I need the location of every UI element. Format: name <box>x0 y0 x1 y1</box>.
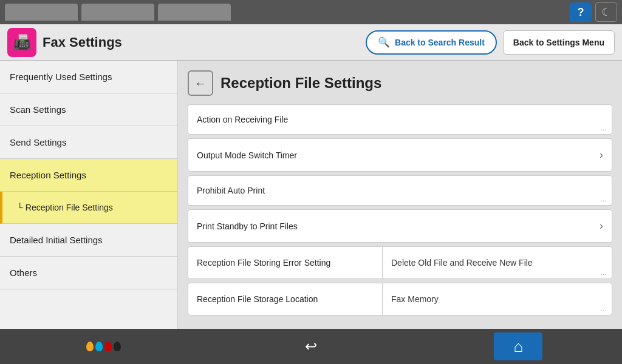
ink-icon <box>86 342 121 351</box>
sidebar-item-detailed-initial[interactable]: Detailed Initial Settings <box>0 224 177 257</box>
sidebar-item-others[interactable]: Others <box>0 257 177 289</box>
setting-split-storing-error: Reception File Storing Error Setting Del… <box>188 247 612 278</box>
ink-drop-black <box>114 342 121 351</box>
app-title: Fax Settings <box>43 35 122 50</box>
ink-drop-yellow <box>86 342 94 351</box>
sidebar-item-reception-file-settings[interactable]: └ Reception File Settings <box>0 192 177 224</box>
back-to-search-result-button[interactable]: 🔍 Back to Search Result <box>366 30 497 55</box>
right-panel: ← Reception File Settings Action on Rece… <box>178 61 622 329</box>
main-content: Frequently Used Settings Scan Settings S… <box>0 61 622 329</box>
back-button[interactable]: ↩ <box>287 332 335 360</box>
setting-print-standby[interactable]: Print Standby to Print Files › <box>188 209 612 243</box>
setting-label-output-mode: Output Mode Switch Timer › <box>188 139 612 171</box>
panel-title: Reception File Settings <box>220 75 381 92</box>
header: 📠 Fax Settings 🔍 Back to Search Result B… <box>0 24 622 61</box>
sidebar-item-send-settings[interactable]: Send Settings <box>0 126 177 159</box>
setting-split-storage-location: Reception File Storage Location Fax Memo… <box>188 283 612 315</box>
sidebar-item-frequently-used[interactable]: Frequently Used Settings <box>0 61 177 93</box>
panel-header: ← Reception File Settings <box>188 70 612 96</box>
arrow-print-standby: › <box>600 220 603 232</box>
search-icon: 🔍 <box>378 36 390 48</box>
sidebar-item-reception-settings[interactable]: Reception Settings <box>0 159 177 192</box>
setting-prohibit-auto-print[interactable]: Prohibit Auto Print ... <box>188 175 612 206</box>
panel-back-button[interactable]: ← <box>188 70 213 96</box>
setting-label-print-standby: Print Standby to Print Files › <box>188 210 612 242</box>
settings-list: Action on Receiving File ... Output Mode… <box>188 104 612 315</box>
back-to-settings-menu-button[interactable]: Back to Settings Menu <box>503 30 615 55</box>
setting-action-receiving[interactable]: Action on Receiving File ... <box>188 104 612 135</box>
ink-status-button[interactable] <box>80 332 128 360</box>
sidebar-item-scan-settings[interactable]: Scan Settings <box>0 93 177 126</box>
setting-storing-error[interactable]: Reception File Storing Error Setting Del… <box>188 246 612 279</box>
dots-storing-error: ... <box>601 268 607 277</box>
home-icon: ⌂ <box>513 337 523 356</box>
tab-3[interactable] <box>158 4 231 21</box>
tab-1[interactable] <box>5 4 78 21</box>
setting-value-storage-location: Fax Memory <box>383 283 612 315</box>
dots-storage-location: ... <box>601 305 607 313</box>
setting-value-storing-error: Delete Old File and Receive New File <box>383 247 612 278</box>
setting-label-storing-error: Reception File Storing Error Setting <box>188 247 383 278</box>
setting-label-storage-location: Reception File Storage Location <box>188 283 383 315</box>
setting-label-action-receiving: Action on Receiving File <box>188 105 612 134</box>
sidebar: Frequently Used Settings Scan Settings S… <box>0 61 178 329</box>
help-button[interactable]: ? <box>570 2 592 22</box>
bottom-bar: ↩ ⌂ <box>0 329 622 364</box>
setting-storage-location[interactable]: Reception File Storage Location Fax Memo… <box>188 283 612 315</box>
home-button[interactable]: ⌂ <box>494 332 542 360</box>
dots-action-receiving: ... <box>601 124 607 132</box>
back-icon: ↩ <box>305 338 317 355</box>
tab-2[interactable] <box>81 4 154 21</box>
ink-drop-red <box>104 342 112 351</box>
top-bar: ? ☾ <box>0 0 622 24</box>
arrow-output-mode: › <box>600 149 603 161</box>
setting-label-prohibit-auto-print: Prohibit Auto Print <box>188 176 612 205</box>
setting-output-mode[interactable]: Output Mode Switch Timer › <box>188 138 612 172</box>
dots-prohibit-auto-print: ... <box>601 195 607 203</box>
night-mode-button[interactable]: ☾ <box>595 2 617 22</box>
ink-drop-cyan <box>95 342 103 351</box>
app-icon: 📠 <box>7 28 36 57</box>
